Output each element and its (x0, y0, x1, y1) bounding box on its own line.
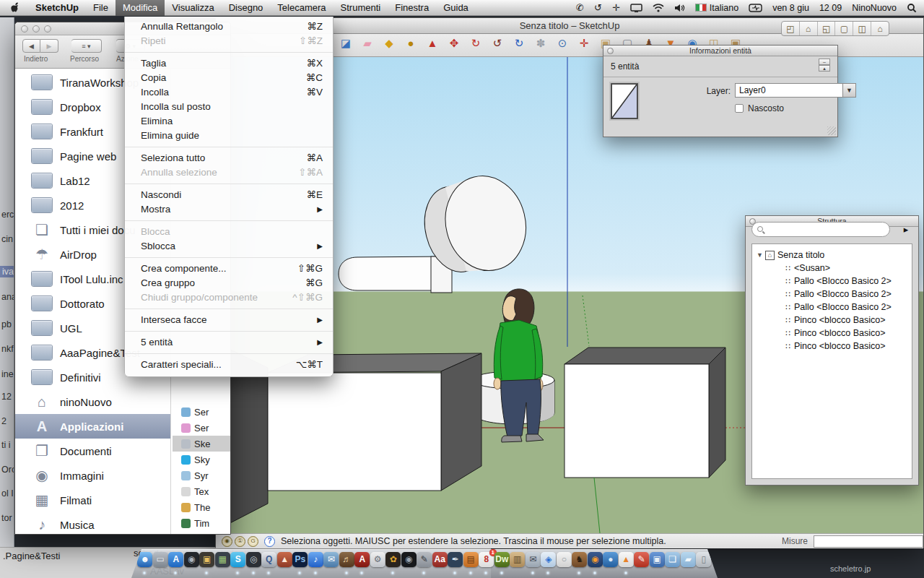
dock-app-tile[interactable]: ♞ (572, 552, 587, 567)
dock-app-tile[interactable]: Ps (292, 552, 308, 567)
tree-item-row[interactable]: ∷ Pallo <Blocco Basico 2> (752, 275, 912, 288)
display-icon[interactable] (630, 4, 642, 12)
chat-icon[interactable]: ✉ (323, 552, 339, 577)
dictionary-icon[interactable]: Aa (432, 552, 448, 577)
menu-item[interactable]: Elimina guide (125, 129, 333, 143)
mail-photo-icon[interactable]: ✉ (526, 552, 541, 577)
minimize-button[interactable] (32, 25, 40, 33)
menu-item[interactable] (125, 220, 333, 221)
menu-bar-item[interactable]: Strumenti (334, 0, 388, 16)
phone-status-icon[interactable]: ✆ (576, 0, 584, 16)
orb-app-icon[interactable]: ● (603, 552, 619, 577)
file-list-row[interactable]: Syr (173, 467, 230, 483)
apple-menu[interactable] (0, 2, 28, 13)
dock-app-tile[interactable]: ◎ (246, 552, 261, 567)
dock-app-tile[interactable]: Aa (432, 552, 448, 567)
view-iso-button[interactable]: ◰ (782, 22, 800, 35)
back-button[interactable]: ◀ (22, 39, 40, 53)
claim-status-icon[interactable]: ① (235, 536, 245, 547)
view-left-button[interactable]: ⌂ (871, 22, 889, 35)
menu-item[interactable]: Elimina (125, 114, 333, 129)
forward-button[interactable]: ▶ (40, 39, 58, 53)
tree-item-row[interactable]: ∷ Pinco <blocco Basico> (752, 340, 912, 353)
volume-icon[interactable] (674, 4, 685, 12)
menu-item[interactable]: Interseca facce ▶ (125, 313, 333, 327)
trash-icon[interactable]: ▯ (696, 552, 712, 577)
utility-app-icon[interactable]: ✎ (417, 552, 432, 577)
dock-app-tile[interactable]: ◉ (401, 552, 417, 567)
folder-dock-icon[interactable]: ▰ (681, 552, 697, 577)
menu-item[interactable] (125, 184, 333, 184)
dock-app-tile[interactable]: ● (603, 552, 618, 567)
dock-app-tile[interactable]: Dw (494, 552, 510, 567)
menu-item[interactable]: Mostra ▶ (125, 202, 333, 217)
dock-app-tile[interactable]: A (354, 552, 370, 567)
pet-app-icon[interactable]: ♞ (572, 552, 588, 577)
dock-app-tile[interactable]: S (230, 552, 245, 567)
menu-item[interactable] (125, 353, 333, 354)
menu-bar-item[interactable]: SketchUp (28, 0, 86, 16)
menu-bar-item[interactable]: Telecamera (270, 0, 333, 16)
dock-app-tile[interactable]: ❏ (665, 552, 680, 567)
view-top-button[interactable]: ⌂ (800, 22, 818, 35)
tree-item-row[interactable]: ∷ Pallo <Blocco Basico 2> (752, 301, 912, 314)
photos-app-icon[interactable]: ▣ (199, 552, 215, 577)
layer-dropdown[interactable]: Layer0 ▼ (735, 83, 856, 98)
menu-item[interactable]: Seleziona tutto ⌘A (125, 151, 333, 165)
dock-app-tile[interactable]: ▲ (619, 552, 634, 567)
menu-item[interactable]: Caratteri speciali... ⌥⌘T (125, 358, 333, 372)
sync-meter-icon[interactable] (749, 4, 762, 12)
file-list-row[interactable]: The (173, 499, 230, 515)
launcher-icon[interactable]: ▲ (277, 552, 293, 577)
menu-item[interactable]: Ripeti ⇧⌘Z (125, 34, 333, 48)
file-list-row[interactable]: Sky (173, 452, 230, 467)
video-app-icon[interactable]: ▣ (650, 552, 666, 577)
menu-item[interactable] (125, 309, 333, 309)
dock-app-tile[interactable]: ○ (557, 552, 572, 567)
chevron-down-icon[interactable]: ▼ (842, 84, 855, 97)
hidden-checkbox[interactable] (735, 104, 744, 113)
accessibility-icon[interactable]: ✛ (612, 0, 620, 16)
dock-app-tile[interactable]: ▲ (277, 552, 292, 567)
remote-desktop-icon[interactable]: ▭ (153, 552, 169, 577)
menu-bar-item[interactable]: Disegno (222, 0, 271, 16)
dock-app-tile[interactable]: ♪ (308, 552, 323, 567)
dock-app-tile[interactable]: ▤ (463, 552, 479, 567)
camera-app-icon[interactable]: ◉ (401, 552, 417, 577)
menu-item[interactable] (125, 331, 333, 332)
menu-bar-item[interactable]: Modifica (116, 0, 165, 16)
menu-item[interactable]: Annulla Rettangolo ⌘Z (125, 20, 333, 34)
tree-item-row[interactable]: ∷ Pinco <blocco Basico> (752, 314, 912, 327)
zoom-button[interactable] (44, 25, 51, 33)
notebook-app-icon[interactable]: ▤ (463, 552, 479, 577)
entity-info-titlebar[interactable]: Informazioni entità (603, 46, 837, 56)
dock-app-tile[interactable]: ◉ (184, 552, 199, 567)
filter-button[interactable]: ▸ (899, 223, 912, 236)
box-right[interactable] (565, 348, 725, 478)
dock-app-tile[interactable]: ▰ (681, 552, 696, 567)
file-list-row[interactable]: Ser (173, 404, 230, 420)
dock-app-tile[interactable]: ✉ (323, 552, 339, 567)
quicktime-icon[interactable]: Q (261, 552, 277, 577)
firefox-icon[interactable]: ◉ (588, 552, 603, 577)
dock-app-tile[interactable]: ▥ (510, 552, 525, 567)
file-list-row[interactable]: Ser (173, 420, 230, 436)
tree-root-row[interactable]: ▼ ⌂ Senza titolo (752, 249, 912, 262)
toolbar-tool-button[interactable]: ↻ (465, 36, 487, 51)
toolbar-tool-button[interactable]: ✛ (573, 36, 595, 51)
menu-item[interactable]: Chiudi gruppo/componente ^⇧⌘G (125, 290, 333, 305)
menu-bar-date[interactable]: ven 8 giu (772, 3, 809, 13)
itunes-icon[interactable]: ♪ (308, 552, 324, 577)
gear-app-icon[interactable]: ⚙ (370, 552, 386, 577)
collapse-button[interactable]: – (819, 59, 830, 65)
dock-app-tile[interactable]: ✒ (448, 552, 463, 567)
menu-item[interactable] (125, 257, 333, 258)
wifi-icon[interactable] (653, 4, 664, 12)
close-button[interactable] (21, 25, 28, 33)
view-front-button[interactable]: ◱ (818, 22, 836, 35)
toolbar-tool-button[interactable]: ⊙ (552, 36, 573, 51)
file-list-row[interactable]: ▶ Toa (173, 531, 230, 534)
writer-app-icon[interactable]: ✒ (448, 552, 463, 577)
sidebar-item[interactable]: ⌂ ninoNuovo (15, 389, 170, 414)
measurements-input[interactable] (814, 535, 923, 548)
